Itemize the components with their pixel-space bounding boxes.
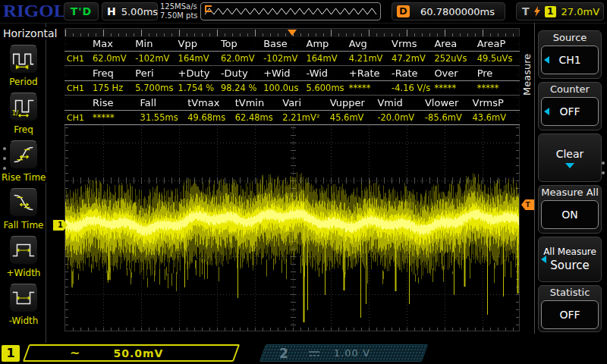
ch1-scale-value: 50.0mV: [113, 347, 163, 359]
measure-value-cell: 1.754 %: [178, 83, 221, 93]
trigger-status-badge: T'D: [64, 2, 99, 20]
right-scroll-dots: [602, 162, 605, 181]
measure-all-label: Measure All: [539, 186, 601, 199]
measure-value-cell: 175 Hz: [93, 83, 135, 93]
statistic-group: Statistic OFF: [538, 285, 602, 332]
measure-header-cell: VrmsP: [473, 97, 521, 108]
trigger-position-marker[interactable]: [288, 30, 297, 36]
memory-depth: 7.50M pts: [160, 11, 198, 20]
right-menu-tab: Measure: [521, 42, 534, 106]
counter-left-arrow-icon: [544, 108, 549, 115]
measure-value-cell: -102mV: [135, 53, 178, 64]
measure-header-row: MaxMinVppTopBaseAmpAvgVrmsAreaAreaP: [64, 36, 520, 52]
measure-value-cell: -20.0mV: [377, 112, 425, 123]
measure-header-cell: Rise: [93, 97, 140, 108]
measure-value-cell: *****: [477, 83, 520, 93]
ch2-block-content: 2 1.00 V: [263, 344, 425, 362]
period-icon: [9, 45, 38, 74]
measure-channel-label: CH1: [64, 113, 93, 123]
measure-value-cell: 43.6mV: [473, 112, 521, 123]
h-label: H: [107, 5, 116, 17]
measure-value-cell: 49.5uVs: [477, 53, 520, 64]
rigol-logo: RIGOL: [3, 2, 66, 21]
measure-header-cell: +Wid: [263, 67, 306, 79]
sample-rate: 125MSa/s: [160, 2, 198, 11]
measure-header-cell: Vupper: [330, 97, 378, 108]
trigger-info-box: T 1 27.0mV: [516, 2, 604, 20]
measure-header-cell: -Rate: [392, 67, 434, 79]
measure-value-cell: 252uVs: [434, 53, 476, 64]
measure-header-cell: Vmid: [377, 97, 425, 108]
measure-value-cell: -85.6mV: [425, 112, 473, 123]
trigger-source-badge: 1: [545, 6, 556, 17]
trigger-slope-icon: [533, 6, 541, 17]
ch1-block-content: ~ 50.0mV: [26, 344, 237, 362]
source-label: Source: [539, 31, 601, 45]
counter-label: Counter: [539, 83, 601, 96]
horizontal-timebase-box: H 5.00ms: [102, 2, 158, 20]
ch2-number: 2: [279, 346, 288, 361]
measure-header-cell: Freq: [93, 67, 135, 79]
measure-header-cell: +Duty: [178, 67, 221, 79]
measure-value-cell: 164mV: [178, 53, 221, 64]
acquisition-info: 125MSa/s 7.50M pts: [160, 2, 198, 20]
measure-value-cell: 45.6mV: [330, 112, 378, 123]
menu-item-freq[interactable]: 1/ Freq: [0, 93, 47, 136]
fall-time-icon: [9, 188, 38, 217]
statistic-button[interactable]: OFF: [541, 300, 599, 329]
ch1-ac-coupling-icon: ~: [70, 346, 80, 360]
measure-header-cell: Min: [135, 38, 178, 49]
measure-channel-label: CH1: [64, 54, 93, 64]
measure-value-row: CH1*****31.55ms49.68ms62.48ms2.21mV²45.6…: [64, 111, 520, 124]
measure-header-cell: Base: [263, 38, 306, 49]
source-left-arrow-icon: [544, 56, 549, 64]
clear-down-arrow-icon: [565, 163, 574, 168]
trigger-letter: T: [522, 5, 530, 17]
measure-value-cell: 62.0mV: [93, 53, 135, 64]
rise-time-icon: [9, 140, 38, 169]
measure-value-cell: 2.21mV²: [282, 112, 330, 123]
measure-value-cell: -4.16 V/s: [392, 83, 434, 93]
statistic-label: Statistic: [539, 286, 601, 300]
measure-value-cell: 31.55ms: [140, 112, 188, 123]
menu-item-rise-time[interactable]: Rise Time: [0, 140, 47, 184]
measure-value-cell: 98.24 %: [221, 83, 263, 93]
memory-waveform: [200, 2, 381, 20]
measure-header-cell: +Rate: [349, 67, 392, 79]
measure-header-cell: -Wid: [306, 67, 348, 79]
plus-width-icon: [9, 236, 38, 265]
measure-value-cell: 62.0mV: [221, 53, 263, 64]
measure-value-cell: 4.21mV: [349, 53, 392, 64]
ch2-dc-coupling-icon: [308, 350, 320, 357]
measure-value-cell: -102mV: [263, 53, 306, 64]
all-measure-left-arrow-icon: [541, 256, 546, 263]
menu-item-period[interactable]: Period: [0, 45, 47, 88]
menu-item-plus-width[interactable]: +Width: [0, 236, 47, 279]
measure-value-cell: 164mV: [306, 53, 348, 64]
measure-header-cell: Fall: [140, 97, 188, 108]
measure-header-cell: Area: [434, 38, 476, 49]
delay-value: 60.7800000ms: [420, 6, 495, 17]
measure-value-cell: *****: [434, 83, 476, 93]
trigger-delay-box: D 60.7800000ms: [392, 2, 505, 20]
measure-header-row: FreqPeri+Duty-Duty+Wid-Wid+Rate-RateOver…: [64, 66, 520, 81]
measure-value-cell: 62.48ms: [235, 112, 283, 123]
bottom-channel-bar: 1 ~ 50.0mV 2 1.00 V: [0, 343, 607, 364]
trigger-level-marker[interactable]: T: [521, 199, 534, 210]
measure-header-cell: tVmax: [187, 97, 235, 108]
measure-all-button[interactable]: ON: [541, 200, 599, 229]
measure-header-cell: Vpp: [178, 38, 221, 49]
top-status-bar: RIGOL T'D H 5.00ms 125MSa/s 7.50M pts D …: [0, 0, 607, 24]
measure-header-cell: Top: [221, 38, 263, 49]
measure-header-cell: Peri: [135, 67, 178, 79]
menu-item-minus-width[interactable]: -Width: [0, 284, 47, 327]
clear-button[interactable]: Clear: [538, 133, 602, 182]
oscilloscope-screen: RIGOL T'D H 5.00ms 125MSa/s 7.50M pts D …: [0, 0, 607, 364]
source-button[interactable]: CH1: [541, 46, 599, 74]
menu-item-fall-time[interactable]: Fall Time: [0, 188, 47, 231]
counter-button[interactable]: OFF: [541, 97, 599, 126]
minus-width-icon: [9, 284, 38, 312]
measure-value-cell: 100.0us: [263, 83, 306, 93]
right-menu-divider: [534, 23, 535, 334]
all-measure-source-button[interactable]: All Measure Source: [538, 237, 602, 282]
